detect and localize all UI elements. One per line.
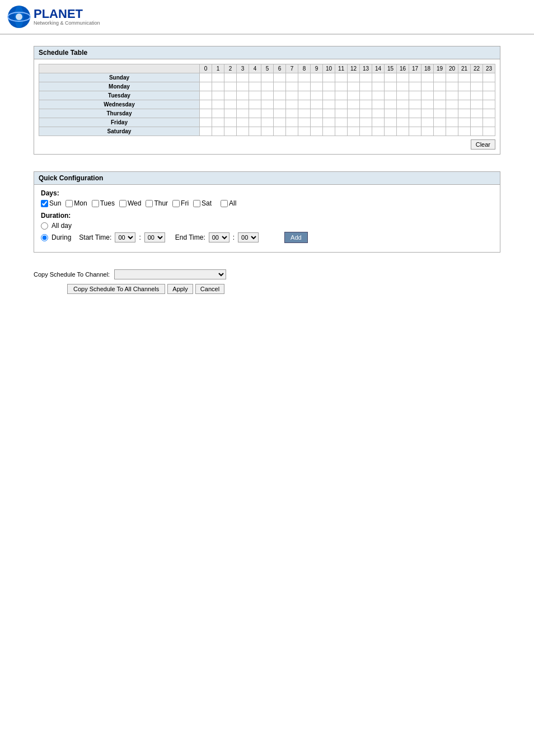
cell-thursday-hour-3[interactable] bbox=[237, 109, 249, 118]
cell-saturday-hour-6[interactable] bbox=[274, 127, 286, 136]
cell-saturday-hour-21[interactable] bbox=[458, 127, 471, 136]
cell-monday-hour-8[interactable] bbox=[298, 82, 311, 91]
cell-friday-hour-10[interactable] bbox=[323, 118, 335, 127]
radio-allday-input[interactable] bbox=[41, 222, 48, 230]
cell-wednesday-hour-8[interactable] bbox=[298, 100, 311, 109]
cell-sunday-hour-15[interactable] bbox=[385, 73, 397, 82]
cell-saturday-hour-11[interactable] bbox=[335, 127, 348, 136]
cell-friday-hour-0[interactable] bbox=[200, 118, 212, 127]
cell-tuesday-hour-4[interactable] bbox=[249, 91, 261, 100]
cell-thursday-hour-6[interactable] bbox=[274, 109, 286, 118]
cell-tuesday-hour-3[interactable] bbox=[237, 91, 249, 100]
checkbox-mon-input[interactable] bbox=[65, 200, 73, 207]
cell-friday-hour-7[interactable] bbox=[286, 118, 298, 127]
cell-friday-hour-3[interactable] bbox=[237, 118, 249, 127]
cell-sunday-hour-2[interactable] bbox=[224, 73, 237, 82]
cell-wednesday-hour-20[interactable] bbox=[446, 100, 458, 109]
cell-friday-hour-5[interactable] bbox=[261, 118, 274, 127]
cell-sunday-hour-9[interactable] bbox=[311, 73, 323, 82]
cell-tuesday-hour-21[interactable] bbox=[458, 91, 471, 100]
cell-monday-hour-6[interactable] bbox=[274, 82, 286, 91]
cell-monday-hour-18[interactable] bbox=[421, 82, 434, 91]
cell-saturday-hour-10[interactable] bbox=[323, 127, 335, 136]
cell-tuesday-hour-8[interactable] bbox=[298, 91, 311, 100]
cell-monday-hour-13[interactable] bbox=[360, 82, 372, 91]
cell-monday-hour-14[interactable] bbox=[372, 82, 385, 91]
checkbox-wed-input[interactable] bbox=[119, 200, 127, 207]
cell-friday-hour-9[interactable] bbox=[311, 118, 323, 127]
cell-tuesday-hour-13[interactable] bbox=[360, 91, 372, 100]
cell-saturday-hour-12[interactable] bbox=[348, 127, 360, 136]
cell-saturday-hour-14[interactable] bbox=[372, 127, 385, 136]
cell-sunday-hour-19[interactable] bbox=[434, 73, 446, 82]
cell-monday-hour-3[interactable] bbox=[237, 82, 249, 91]
cell-friday-hour-8[interactable] bbox=[298, 118, 311, 127]
cell-thursday-hour-12[interactable] bbox=[348, 109, 360, 118]
checkbox-fri-input[interactable] bbox=[172, 200, 180, 207]
cell-monday-hour-16[interactable] bbox=[397, 82, 409, 91]
apply-button[interactable]: Apply bbox=[167, 284, 193, 294]
cell-sunday-hour-7[interactable] bbox=[286, 73, 298, 82]
radio-during-input[interactable] bbox=[41, 234, 48, 241]
cell-friday-hour-1[interactable] bbox=[212, 118, 224, 127]
cell-wednesday-hour-12[interactable] bbox=[348, 100, 360, 109]
cell-saturday-hour-4[interactable] bbox=[249, 127, 261, 136]
cell-wednesday-hour-17[interactable] bbox=[409, 100, 421, 109]
cell-friday-hour-4[interactable] bbox=[249, 118, 261, 127]
cell-friday-hour-19[interactable] bbox=[434, 118, 446, 127]
cell-tuesday-hour-0[interactable] bbox=[200, 91, 212, 100]
cell-tuesday-hour-10[interactable] bbox=[323, 91, 335, 100]
cell-saturday-hour-16[interactable] bbox=[397, 127, 409, 136]
cell-sunday-hour-6[interactable] bbox=[274, 73, 286, 82]
cell-monday-hour-9[interactable] bbox=[311, 82, 323, 91]
cell-tuesday-hour-20[interactable] bbox=[446, 91, 458, 100]
cell-friday-hour-13[interactable] bbox=[360, 118, 372, 127]
cell-thursday-hour-16[interactable] bbox=[397, 109, 409, 118]
start-hour-select[interactable]: 00 01 02 03 04 05 06 07 08 09 10 11 bbox=[115, 232, 135, 242]
cell-sunday-hour-23[interactable] bbox=[483, 73, 495, 82]
cell-sunday-hour-3[interactable] bbox=[237, 73, 249, 82]
cell-thursday-hour-23[interactable] bbox=[483, 109, 495, 118]
cell-tuesday-hour-14[interactable] bbox=[372, 91, 385, 100]
cell-tuesday-hour-18[interactable] bbox=[421, 91, 434, 100]
copy-all-channels-button[interactable]: Copy Schedule To All Channels bbox=[67, 284, 165, 294]
cell-wednesday-hour-9[interactable] bbox=[311, 100, 323, 109]
checkbox-sat-input[interactable] bbox=[193, 200, 200, 207]
cell-wednesday-hour-5[interactable] bbox=[261, 100, 274, 109]
cell-monday-hour-23[interactable] bbox=[483, 82, 495, 91]
cell-monday-hour-4[interactable] bbox=[249, 82, 261, 91]
cell-saturday-hour-19[interactable] bbox=[434, 127, 446, 136]
cell-saturday-hour-13[interactable] bbox=[360, 127, 372, 136]
cell-wednesday-hour-19[interactable] bbox=[434, 100, 446, 109]
cell-friday-hour-2[interactable] bbox=[224, 118, 237, 127]
cell-sunday-hour-10[interactable] bbox=[323, 73, 335, 82]
cancel-button[interactable]: Cancel bbox=[195, 284, 224, 294]
cell-tuesday-hour-1[interactable] bbox=[212, 91, 224, 100]
cell-monday-hour-0[interactable] bbox=[200, 82, 212, 91]
cell-sunday-hour-18[interactable] bbox=[421, 73, 434, 82]
cell-thursday-hour-8[interactable] bbox=[298, 109, 311, 118]
cell-friday-hour-22[interactable] bbox=[471, 118, 483, 127]
cell-tuesday-hour-16[interactable] bbox=[397, 91, 409, 100]
cell-wednesday-hour-22[interactable] bbox=[471, 100, 483, 109]
cell-friday-hour-12[interactable] bbox=[348, 118, 360, 127]
checkbox-sun-input[interactable] bbox=[41, 200, 48, 207]
cell-sunday-hour-12[interactable] bbox=[348, 73, 360, 82]
cell-thursday-hour-20[interactable] bbox=[446, 109, 458, 118]
add-button[interactable]: Add bbox=[284, 232, 308, 243]
cell-tuesday-hour-11[interactable] bbox=[335, 91, 348, 100]
cell-friday-hour-16[interactable] bbox=[397, 118, 409, 127]
cell-sunday-hour-14[interactable] bbox=[372, 73, 385, 82]
cell-wednesday-hour-7[interactable] bbox=[286, 100, 298, 109]
cell-friday-hour-17[interactable] bbox=[409, 118, 421, 127]
checkbox-tues-input[interactable] bbox=[92, 200, 99, 207]
cell-wednesday-hour-3[interactable] bbox=[237, 100, 249, 109]
cell-saturday-hour-2[interactable] bbox=[224, 127, 237, 136]
cell-tuesday-hour-12[interactable] bbox=[348, 91, 360, 100]
cell-saturday-hour-22[interactable] bbox=[471, 127, 483, 136]
cell-wednesday-hour-13[interactable] bbox=[360, 100, 372, 109]
cell-sunday-hour-17[interactable] bbox=[409, 73, 421, 82]
cell-friday-hour-6[interactable] bbox=[274, 118, 286, 127]
cell-sunday-hour-5[interactable] bbox=[261, 73, 274, 82]
cell-thursday-hour-0[interactable] bbox=[200, 109, 212, 118]
